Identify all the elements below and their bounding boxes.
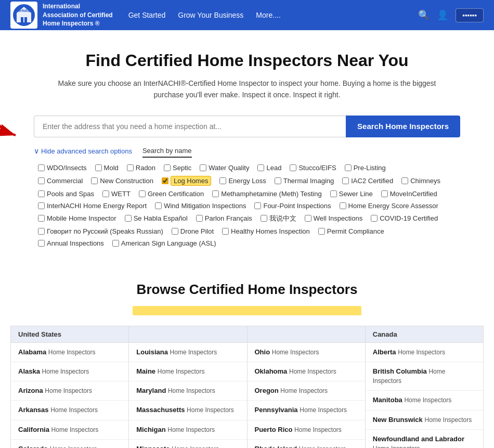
list-item[interactable]: Rhode Island Home Inspectors — [248, 440, 365, 448]
checkbox-iac2[interactable]: IAC2 Certified — [338, 176, 397, 186]
checkbox-movein[interactable]: MoveInCertified — [377, 189, 441, 199]
checkbox-well[interactable]: Well Inspections — [301, 213, 367, 223]
checkbox-healthy[interactable]: Healthy Homes Inspection — [218, 226, 314, 236]
checkbox-pools[interactable]: Pools and Spas — [34, 189, 98, 199]
search-button[interactable]: Search Home Inspectors — [346, 116, 460, 137]
advanced-toggle[interactable]: Hide advanced search options — [34, 147, 132, 155]
canada-header: Canada — [366, 326, 483, 343]
search-row: Search Home Inspectors — [34, 116, 460, 137]
checkbox-french[interactable]: Parlon Français — [192, 213, 256, 223]
checkbox-row-1: WDO/Insects Mold Radon Septic Water Qual… — [34, 163, 460, 173]
list-item[interactable]: Alabama Home Inspectors — [11, 343, 128, 362]
checkbox-pre-listing[interactable]: Pre-Listing — [341, 163, 390, 173]
browse-table: United States Alabama Home Inspectors Al… — [10, 326, 484, 448]
checkbox-stucco[interactable]: Stucco/EIFS — [285, 163, 340, 173]
checkbox-green[interactable]: Green Certification — [135, 189, 208, 199]
us-col-3: Ohio Home Inspectors Oklahoma Home Inspe… — [248, 326, 366, 448]
list-item[interactable]: British Columbia Home Inspectors — [366, 362, 483, 391]
checkbox-wett[interactable]: WETT — [98, 189, 135, 199]
browse-title: Browse Certified Home Inspectors — [10, 281, 484, 298]
nav-more[interactable]: More.... — [256, 11, 280, 19]
list-item[interactable]: Massachusetts Home Inspectors — [129, 401, 246, 420]
checkbox-four-point[interactable]: Four-Point Inspections — [250, 201, 335, 211]
nav-grow-business[interactable]: Grow Your Business — [178, 11, 243, 19]
hero-section: Find Certified Home Inspectors Near You … — [0, 30, 494, 261]
user-menu-button[interactable]: ▪▪▪▪▪▪ — [456, 8, 484, 22]
list-item[interactable]: Alberta Home Inspectors — [366, 343, 483, 362]
checkbox-row-2: Commercial New Construction Log Homes En… — [34, 175, 460, 187]
list-item[interactable]: Louisiana Home Inspectors — [129, 343, 246, 362]
nav-get-started[interactable]: Get Started — [128, 11, 166, 19]
hero-title: Find Certified Home Inspectors Near You — [10, 51, 484, 70]
list-item[interactable]: Arizona Home Inspectors — [11, 381, 128, 401]
nav-right: 🔍 👤 ▪▪▪▪▪▪ — [418, 8, 484, 22]
list-item[interactable]: Newfoundland and Labrador Home Inspector… — [366, 430, 483, 448]
checkbox-meth[interactable]: Methamphetamine (Meth) Testing — [208, 189, 326, 199]
list-item[interactable]: Oregon Home Inspectors — [248, 381, 365, 401]
arrow-indicator — [0, 110, 34, 143]
list-item[interactable]: Pennsylvania Home Inspectors — [248, 401, 365, 420]
svg-rect-3 — [24, 17, 27, 22]
us-header-2 — [129, 326, 246, 343]
list-item[interactable]: Michigan Home Inspectors — [129, 420, 246, 440]
logo[interactable]: InterNACHI International Association of … — [10, 2, 113, 29]
yellow-bar — [133, 306, 361, 315]
list-item[interactable]: California Home Inspectors — [11, 420, 128, 440]
checkbox-spanish[interactable]: Se Habla Español — [121, 213, 192, 223]
checkbox-row-7: Annual Inspections American Sign Languag… — [34, 238, 460, 248]
logo-text: International Association of Certified H… — [43, 2, 113, 28]
checkbox-row-6: Говорит по Русский (Speaks Russian) Dron… — [34, 226, 460, 236]
list-item[interactable]: Arkansas Home Inspectors — [11, 401, 128, 420]
checkboxes-grid: WDO/Insects Mold Radon Septic Water Qual… — [34, 163, 460, 248]
checkbox-energy-loss[interactable]: Energy Loss — [215, 176, 270, 186]
checkbox-radon[interactable]: Radon — [123, 163, 160, 173]
checkbox-water-quality[interactable]: Water Quality — [196, 163, 253, 173]
checkbox-log-homes[interactable]: Log Homes — [158, 175, 215, 187]
checkbox-drone[interactable]: Drone Pilot — [167, 226, 218, 236]
list-item[interactable]: Puerto Rico Home Inspectors — [248, 420, 365, 440]
checkbox-row-4: InterNACHI Home Energy Report Wind Mitig… — [34, 201, 460, 211]
checkbox-sewer[interactable]: Sewer Line — [326, 189, 377, 199]
checkbox-home-energy-score[interactable]: Home Energy Score Assessor — [335, 201, 443, 211]
list-item[interactable]: Colorado Home Inspectors — [11, 440, 128, 448]
checkbox-thermal[interactable]: Thermal Imaging — [270, 176, 339, 186]
list-item[interactable]: Maryland Home Inspectors — [129, 381, 246, 401]
checkbox-annual[interactable]: Annual Inspections — [34, 238, 108, 248]
checkbox-new-construction[interactable]: New Construction — [87, 176, 158, 186]
list-item[interactable]: Alaska Home Inspectors — [11, 362, 128, 381]
us-header: United States — [11, 326, 128, 343]
checkbox-wdo[interactable]: WDO/Insects — [34, 163, 91, 173]
list-item[interactable]: Manitoba Home Inspectors — [366, 391, 483, 410]
list-item[interactable]: New Brunswick Home Inspectors — [366, 411, 483, 430]
checkbox-mobile[interactable]: Mobile Home Inspector — [34, 213, 121, 223]
checkbox-asl[interactable]: American Sign Language (ASL) — [108, 238, 220, 248]
checkbox-septic[interactable]: Septic — [160, 163, 196, 173]
checkbox-covid[interactable]: COVID-19 Certified — [367, 213, 442, 223]
svg-rect-2 — [21, 17, 23, 22]
list-item[interactable]: Ohio Home Inspectors — [248, 343, 365, 362]
checkbox-chimneys[interactable]: Chimneys — [397, 176, 445, 186]
checkbox-russian[interactable]: Говорит по Русский (Speaks Russian) — [34, 226, 167, 236]
user-icon[interactable]: 👤 — [437, 9, 448, 21]
search-icon[interactable]: 🔍 — [418, 9, 430, 21]
browse-section: Browse Certified Home Inspectors United … — [0, 281, 494, 448]
canada-col: Canada Alberta Home Inspectors British C… — [366, 326, 483, 448]
nav-links: Get Started Grow Your Business More.... — [128, 11, 419, 19]
logo-icon: InterNACHI — [10, 2, 37, 29]
us-col-2: Louisiana Home Inspectors Maine Home Ins… — [129, 326, 247, 448]
list-item[interactable]: Maine Home Inspectors — [129, 362, 246, 381]
checkbox-permit[interactable]: Permit Compliance — [314, 226, 388, 236]
search-by-name[interactable]: Search by name — [142, 145, 192, 158]
checkbox-chinese[interactable]: 我说中文 — [256, 213, 301, 224]
list-item[interactable]: Minnesota Home Inspectors — [129, 440, 246, 448]
list-item[interactable]: Oklahoma Home Inspectors — [248, 362, 365, 381]
advanced-section: Hide advanced search options Search by n… — [34, 145, 460, 248]
checkbox-wind[interactable]: Wind Mitigation Inspections — [151, 201, 250, 211]
checkbox-lead[interactable]: Lead — [253, 163, 285, 173]
checkbox-energy-report[interactable]: InterNACHI Home Energy Report — [34, 201, 151, 211]
search-input[interactable] — [34, 116, 346, 137]
svg-text:InterNACHI: InterNACHI — [14, 9, 33, 12]
checkbox-commercial[interactable]: Commercial — [34, 176, 87, 186]
checkbox-mold[interactable]: Mold — [91, 163, 123, 173]
checkbox-row-5: Mobile Home Inspector Se Habla Español P… — [34, 213, 460, 224]
